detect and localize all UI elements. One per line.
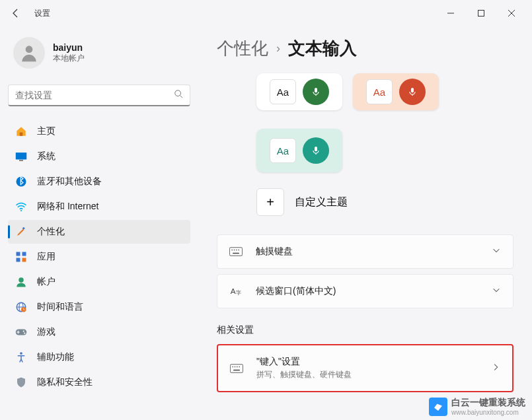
svg-rect-14	[22, 252, 26, 256]
search-input[interactable]	[15, 90, 174, 100]
watermark-brand: 白云一键重装系统	[451, 397, 525, 409]
window-controls	[436, 3, 527, 24]
theme-card-3[interactable]: Aa	[256, 129, 342, 172]
nav-personalize[interactable]: 个性化	[8, 220, 190, 244]
svg-point-10	[17, 177, 26, 187]
nav-label: 帐户	[37, 276, 56, 288]
nav-label: 网络和 Internet	[37, 201, 98, 213]
brush-icon	[15, 225, 28, 238]
chevron-right-icon	[491, 363, 500, 374]
nav-label: 隐私和安全性	[37, 376, 93, 388]
setting-subtitle: 拼写、触摸键盘、硬件键盘	[256, 369, 491, 380]
maximize-button[interactable]	[466, 3, 496, 24]
nav-bluetooth[interactable]: 蓝牙和其他设备	[8, 170, 190, 193]
accessibility-icon	[15, 351, 28, 364]
nav-label: 蓝牙和其他设备	[37, 176, 102, 188]
custom-theme-label: 自定义主题	[295, 195, 348, 209]
keyboard-icon	[229, 247, 244, 256]
watermark-url: www.baiyunxitong.com	[451, 409, 525, 416]
setting-candidate-window[interactable]: A字 候选窗口(简体中文)	[217, 274, 513, 308]
font-icon: A字	[229, 285, 244, 297]
setting-typing[interactable]: "键入"设置 拼写、触摸键盘、硬件键盘	[217, 344, 513, 392]
setting-title: "键入"设置	[256, 356, 491, 368]
add-theme-button[interactable]: +	[256, 188, 284, 216]
close-button[interactable]	[496, 3, 527, 24]
svg-rect-27	[411, 88, 414, 92]
nav-label: 游戏	[37, 326, 56, 338]
keyboard-icon	[230, 364, 245, 373]
chevron-down-icon	[492, 285, 501, 297]
account-type: 本地帐户	[53, 53, 85, 64]
aa-sample: Aa	[270, 79, 296, 104]
svg-rect-9	[19, 160, 23, 161]
svg-rect-28	[315, 147, 317, 151]
svg-text:A: A	[231, 287, 236, 295]
mic-icon	[303, 137, 329, 164]
svg-rect-29	[229, 248, 242, 256]
aa-sample: Aa	[366, 79, 393, 104]
minimize-button[interactable]	[436, 3, 466, 24]
main-pane: 个性化 › 文本输入 Aa Aa Aa + 自定义主题	[198, 26, 532, 420]
watermark: 白云一键重装系统 www.baiyunxitong.com	[429, 397, 525, 416]
breadcrumb-parent[interactable]: 个性化	[217, 37, 268, 60]
window-title: 设置	[34, 8, 50, 19]
svg-point-11	[20, 210, 22, 211]
person-icon	[15, 275, 28, 289]
theme-row-center: Aa	[217, 121, 513, 172]
titlebar: 设置	[0, 0, 532, 26]
watermark-logo-icon	[429, 398, 447, 416]
wifi-icon	[15, 200, 28, 213]
breadcrumb: 个性化 › 文本输入	[217, 37, 513, 60]
svg-rect-1	[478, 11, 484, 17]
nav-list: 主页 系统 蓝牙和其他设备 网络和 Internet 个性化 应用 帐户 时间和…	[8, 120, 190, 394]
setting-title: 触摸键盘	[256, 246, 492, 258]
shield-icon	[15, 376, 28, 389]
nav-label: 个性化	[37, 226, 65, 238]
nav-label: 系统	[37, 151, 56, 162]
svg-rect-7	[20, 133, 23, 136]
svg-line-6	[180, 96, 183, 98]
nav-time[interactable]: 时间和语言	[8, 295, 190, 319]
search-box[interactable]	[8, 85, 190, 106]
svg-point-23	[23, 330, 24, 332]
nav-system[interactable]: 系统	[8, 145, 190, 168]
breadcrumb-current: 文本输入	[288, 37, 357, 60]
svg-rect-13	[17, 252, 20, 256]
nav-apps[interactable]: 应用	[8, 245, 190, 269]
nav-gaming[interactable]: 游戏	[8, 320, 190, 344]
custom-theme-row: + 自定义主题	[217, 188, 513, 216]
svg-point-4	[26, 46, 33, 53]
svg-rect-12	[22, 227, 25, 230]
svg-point-5	[175, 90, 181, 96]
theme-card-1[interactable]: Aa	[256, 73, 342, 110]
nav-label: 辅助功能	[37, 351, 74, 363]
setting-touch-keyboard[interactable]: 触摸键盘	[217, 234, 513, 269]
mic-icon	[399, 79, 426, 105]
apps-icon	[15, 250, 28, 263]
globe-icon	[15, 300, 28, 314]
back-button[interactable]	[5, 3, 26, 24]
avatar-icon	[13, 37, 45, 69]
bluetooth-icon	[15, 175, 28, 188]
svg-rect-37	[230, 364, 243, 372]
chevron-down-icon	[492, 246, 501, 258]
theme-card-2[interactable]: Aa	[353, 73, 439, 110]
system-icon	[15, 150, 28, 163]
nav-network[interactable]: 网络和 Internet	[8, 195, 190, 219]
theme-row-top: Aa Aa	[217, 73, 513, 110]
svg-text:字: 字	[236, 289, 241, 296]
gamepad-icon	[15, 326, 28, 339]
nav-accounts[interactable]: 帐户	[8, 270, 190, 294]
nav-accessibility[interactable]: 辅助功能	[8, 345, 190, 369]
nav-home[interactable]: 主页	[8, 120, 190, 143]
search-icon	[174, 89, 183, 101]
svg-point-25	[20, 352, 22, 355]
nav-privacy[interactable]: 隐私和安全性	[8, 370, 190, 394]
home-icon	[15, 125, 28, 138]
nav-label: 时间和语言	[37, 301, 83, 313]
section-related: 相关设置	[217, 324, 513, 336]
nav-label: 应用	[37, 251, 56, 263]
aa-sample: Aa	[270, 138, 296, 163]
account-block[interactable]: baiyun 本地帐户	[8, 32, 190, 74]
svg-point-24	[24, 332, 25, 333]
